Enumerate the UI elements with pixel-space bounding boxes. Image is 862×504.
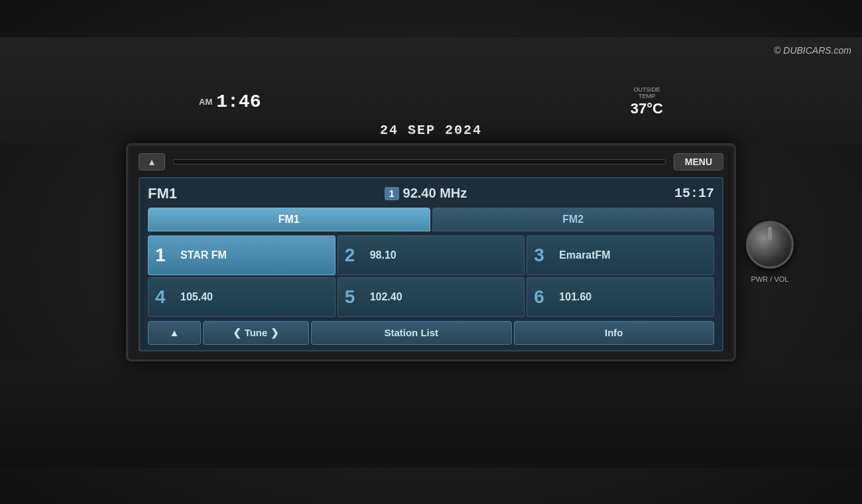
tab-fm2[interactable]: FM2 xyxy=(432,208,715,231)
am-label: AM xyxy=(199,97,212,107)
preset-number-3: 3 xyxy=(534,245,552,266)
info-button[interactable]: Info xyxy=(514,321,715,345)
preset-name-3: EmaratFM xyxy=(559,249,610,261)
preset-name-1: STAR FM xyxy=(180,249,227,261)
dashboard-bottom xyxy=(0,361,862,468)
temperature-value: 37°C xyxy=(631,100,663,117)
bottom-controls: ▲ ❮ Tune ❯ Station List Info xyxy=(148,321,714,345)
eject-button[interactable]: ▲ xyxy=(139,153,165,170)
right-side-controls: PWR / VOL xyxy=(746,221,794,283)
preset-cell-6[interactable]: 6 101.60 xyxy=(526,277,714,317)
top-status-bar: AM 1:46 OUTSIDETEMP 37°C xyxy=(199,87,663,117)
station-list-button[interactable]: Station List xyxy=(311,321,512,345)
preset-badge: 1 xyxy=(385,187,399,200)
outside-temp-label: OUTSIDETEMP xyxy=(633,87,660,100)
dashboard-info: AM 1:46 OUTSIDETEMP 37°C 24 SEP 2024 xyxy=(199,87,663,138)
dashboard-clock: 1:46 xyxy=(216,92,261,112)
preset-cell-4[interactable]: 4 105.40 xyxy=(148,277,336,317)
preset-cell-1[interactable]: 1 STAR FM xyxy=(148,235,336,275)
frequency-display: 1 92.40 MHz xyxy=(385,186,467,201)
car-panel: AM 1:46 OUTSIDETEMP 37°C 24 SEP 2024 © D… xyxy=(0,0,862,504)
preset-number-1: 1 xyxy=(155,245,174,266)
cd-bar: ▲ MENU xyxy=(139,153,723,170)
center-unit: ▲ MENU FM1 1 92.40 MHz 15:17 FM1 xyxy=(126,143,736,361)
preset-cell-2[interactable]: 2 98.10 xyxy=(338,235,525,275)
preset-number-6: 6 xyxy=(534,286,552,308)
screen-clock: 15:17 xyxy=(674,186,714,201)
pwr-vol-label: PWR / VOL xyxy=(751,275,789,283)
volume-knob[interactable] xyxy=(746,221,794,269)
tabs-row: FM1 FM2 xyxy=(148,208,714,231)
preset-name-4: 105.40 xyxy=(180,291,213,303)
tab-fm1[interactable]: FM1 xyxy=(148,208,430,231)
am-time-display: AM 1:46 xyxy=(199,92,261,112)
watermark: © DUBICARS.com xyxy=(774,45,851,56)
dashboard-top: AM 1:46 OUTSIDETEMP 37°C 24 SEP 2024 © D… xyxy=(0,37,862,143)
temp-display: OUTSIDETEMP 37°C xyxy=(631,87,663,117)
preset-number-5: 5 xyxy=(345,286,363,308)
tune-button[interactable]: ❮ Tune ❯ xyxy=(203,321,309,345)
cd-slot xyxy=(173,159,666,164)
up-button[interactable]: ▲ xyxy=(148,321,201,345)
fm-label: FM1 xyxy=(148,185,177,202)
screen-header: FM1 1 92.40 MHz 15:17 xyxy=(148,185,714,202)
preset-name-6: 101.60 xyxy=(559,291,591,303)
preset-name-2: 98.10 xyxy=(370,249,397,261)
preset-name-5: 102.40 xyxy=(370,291,402,303)
frequency-value: 92.40 MHz xyxy=(403,186,467,201)
preset-number-4: 4 xyxy=(155,286,174,308)
menu-button[interactable]: MENU xyxy=(674,153,723,170)
preset-number-2: 2 xyxy=(345,245,363,266)
date-display: 24 SEP 2024 xyxy=(380,123,482,138)
preset-cell-3[interactable]: 3 EmaratFM xyxy=(526,235,714,275)
preset-cell-5[interactable]: 5 102.40 xyxy=(338,277,525,317)
screen: FM1 1 92.40 MHz 15:17 FM1 FM2 1 xyxy=(139,177,723,351)
presets-grid: 1 STAR FM 2 98.10 3 EmaratFM 4 105.40 5 xyxy=(148,235,714,317)
